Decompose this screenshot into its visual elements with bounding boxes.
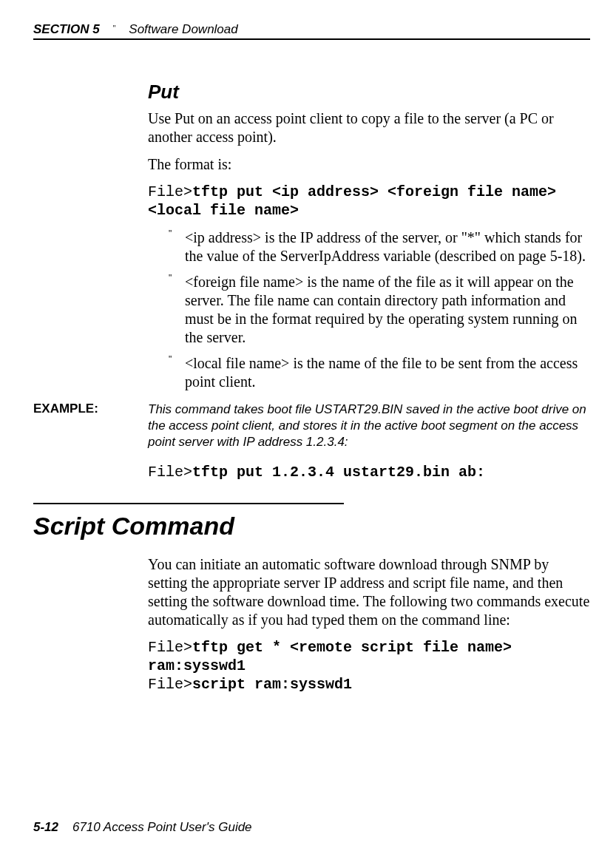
header-bullet: " [113,24,116,33]
put-paragraph-1: Use Put on an access point client to cop… [148,109,590,146]
header-divider [33,38,590,40]
list-item: <local file name> is the name of the fil… [169,354,590,391]
put-command-format: File>tftp put <ip address> <foreign file… [148,183,590,220]
code-prompt: File> [148,639,192,656]
example-block: EXAMPLE: This command takes boot file US… [33,402,590,450]
put-bullet-list: <ip address> is the IP address of the se… [169,228,590,391]
page-footer: 5-12 6710 Access Point User's Guide [33,820,252,835]
code-prompt: File> [148,464,192,481]
code-command: tftp put <ip address> <foreign file name… [148,183,556,219]
main-content: Put Use Put on an access point client to… [148,81,590,391]
code-command: tftp put 1.2.3.4 ustart29.bin ab: [192,464,485,481]
header-chapter-title: Software Download [129,22,237,37]
code-prompt: File> [148,183,192,200]
footer-guide-title [62,820,72,834]
script-paragraph-1: You can initiate an automatic software d… [148,555,590,629]
example-command: File>tftp put 1.2.3.4 ustart29.bin ab: [148,464,590,481]
header-section-label: SECTION 5 [33,22,100,37]
put-subsection-title: Put [148,81,590,104]
list-item: <foreign file name> is the name of the f… [169,273,590,347]
section-divider [33,503,344,504]
script-command-1: File>tftp get * <remote script file name… [148,638,590,675]
list-item: <ip address> is the IP address of the se… [169,228,590,265]
code-command: script ram:sysswd1 [192,676,352,693]
footer-text: 6710 Access Point User's Guide [72,820,252,834]
page-header: SECTION 5 " Software Download [33,22,590,37]
code-prompt: File> [148,676,192,693]
code-command: tftp get * <remote script file name> ram… [148,639,512,674]
script-section-title: Script Command [33,512,590,541]
script-command-2: File>script ram:sysswd1 [148,675,590,694]
example-label: EXAMPLE: [33,402,148,450]
script-content: You can initiate an automatic software d… [148,555,590,694]
page-number: 5-12 [33,820,58,834]
put-paragraph-2: The format is: [148,155,590,174]
example-description: This command takes boot file USTART29.BI… [148,402,590,450]
